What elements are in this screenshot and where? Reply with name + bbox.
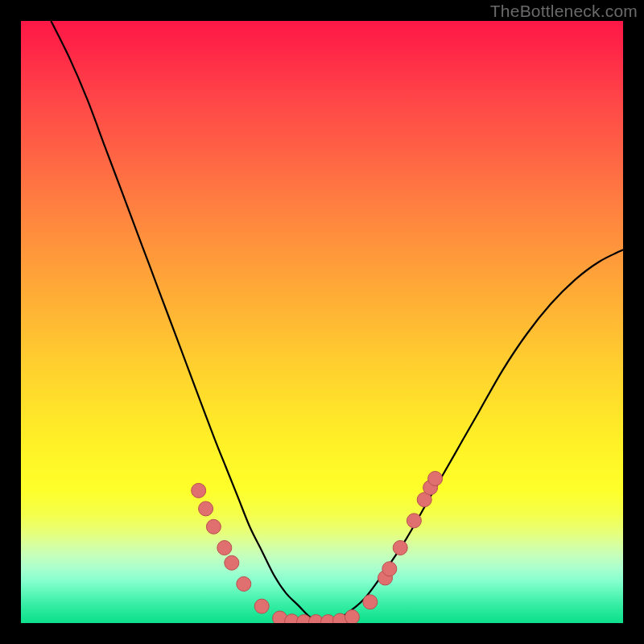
gradient-background: [21, 21, 623, 623]
watermark-text: TheBottleneck.com: [490, 2, 638, 21]
chart-frame: TheBottleneck.com: [0, 0, 644, 644]
plot-area: [21, 21, 623, 623]
